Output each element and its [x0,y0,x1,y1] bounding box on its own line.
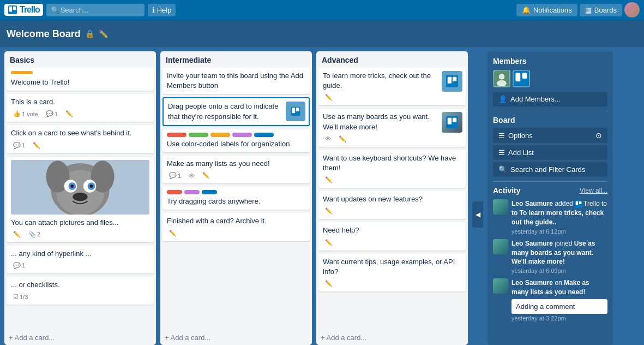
add-card-button-advanced[interactable]: + Add a card... [316,330,468,345]
activity-time-3: yesterday at 3:22pm [511,315,607,322]
trello-mini-icon [446,75,458,87]
member-avatar-1[interactable] [493,70,510,87]
list-item: Leo Saumure joined Use as many boards as… [493,239,607,274]
table-row[interactable]: Click on a card to see what's behind it.… [7,125,154,153]
view-button[interactable]: 👁 [323,134,333,143]
activity-text-2: Leo Saumure joined Use as many boards as… [511,239,607,266]
paperclip-icon: 📎 [28,231,36,238]
table-row[interactable]: Welcome to Trello! ✏️ [7,68,154,91]
plus-icon: + [321,334,327,342]
board-lock-icon[interactable]: 🔒 [85,29,94,38]
comment-icon: 💬 [169,172,177,179]
attachment-count-button[interactable]: 📎 2 [26,230,43,239]
add-members-button[interactable]: 👤 Add Members... [493,92,607,106]
boards-button[interactable]: ▦ Boards [580,4,622,16]
card-edit-inline-button[interactable]: ✏️ [63,109,75,118]
activity-time-2: yesterday at 6:09pm [511,267,607,274]
bell-icon: 🔔 [522,6,531,14]
table-row[interactable]: Want current tips, usage examples, or AP… [318,254,466,292]
card-title: Invite your team to this board using the… [167,71,305,91]
list-basics: Basics Welcome to Trello! ✏️ This is a c… [4,51,156,345]
comment-count-button[interactable]: 💬 1 [44,109,60,118]
table-row[interactable]: You can attach pictures and files... ✏️ … [7,157,154,242]
help-button[interactable]: ℹ Help [148,4,176,16]
svg-point-13 [90,185,93,188]
activity-content-2: Leo Saumure joined Use as many boards as… [511,239,607,274]
table-row[interactable]: To learn more tricks, check out the guid… [318,68,466,105]
table-row[interactable]: Want updates on new features? ✏️ [318,191,466,219]
activity-time-1: yesterday at 6:12pm [511,228,607,235]
list-advanced: Advanced To learn more tricks, check out… [316,51,468,345]
comment-count-button[interactable]: 💬 1 [167,171,183,180]
watch-button[interactable]: 👁 [186,171,197,180]
comment-count-button[interactable]: 💬 1 [11,141,27,150]
table-row[interactable]: This is a card. 👍 1 vote 💬 1 ✏️ [7,94,154,122]
svg-rect-29 [522,73,527,79]
card-edit-inline-button[interactable]: ✏️ [323,206,335,216]
member-avatar-2[interactable] [513,70,530,87]
table-row[interactable]: Invite your team to this board using the… [162,68,310,94]
card-edit-inline-button[interactable]: ✏️ [323,238,335,247]
card-title: To learn more tricks, check out the guid… [323,71,438,91]
card-title: Want current tips, usage examples, or AP… [323,257,461,277]
list-item: Leo Saumure on Make as many lists as you… [493,278,607,322]
table-row[interactable]: ... any kind of hyperlink ... 💬 1 [7,246,154,273]
view-all-link[interactable]: View all... [580,187,607,194]
sidebar-collapse-area: ◀ [472,51,483,345]
sidebar-divider-2 [493,181,607,182]
table-row[interactable]: ... or checklists. ☑ 1/3 [7,277,154,305]
card-edit-inline-button[interactable]: ✏️ [11,230,23,239]
thumbsup-icon: 👍 [13,110,21,117]
card-edit-inline-button[interactable]: ✏️ [323,93,335,102]
card-edit-inline-button[interactable]: ✏️ [336,134,348,144]
list-cards-advanced: To learn more tricks, check out the guid… [316,68,468,330]
card-title: Click on a card to see what's behind it. [11,128,149,138]
label-blue [202,190,217,194]
card-meta: ✏️ [323,175,461,185]
card-title: Welcome to Trello! [11,78,149,87]
card-title: Make as many lists as you need! [167,159,305,169]
trello-logo[interactable]: Trello [4,4,43,16]
table-row[interactable]: Need help? ✏️ [318,222,466,250]
label-green [189,133,208,137]
svg-rect-23 [453,118,456,122]
list-header-advanced: Advanced [316,51,468,68]
sidebar-collapse-button[interactable]: ◀ [472,201,483,228]
list-cards-intermediate: Invite your team to this board using the… [160,68,312,330]
table-row[interactable]: Make as many lists as you need! 💬 1 👁 ✏️ [162,156,310,183]
card-edit-inline-button[interactable]: ✏️ [167,229,179,238]
options-button[interactable]: ☰ Options ⊙ [493,128,607,143]
svg-rect-22 [448,118,452,124]
eye-icon: 👁 [325,135,331,142]
card-meta: 👍 1 vote 💬 1 ✏️ [11,109,149,118]
comment-count-button[interactable]: 💬 1 [11,261,27,270]
sidebar-divider-1 [493,111,607,111]
vote-button[interactable]: 👍 1 vote [11,109,40,118]
card-edit-inline-button[interactable]: ✏️ [323,175,335,185]
table-row[interactable]: Try dragging cards anywhere. [162,187,310,210]
add-card-button-intermediate[interactable]: + Add a card... [160,330,312,345]
card-image [11,160,149,215]
table-row[interactable]: Want to use keyboard shortcuts? We have … [318,150,466,188]
card-title: Drag people onto a card to indicate that… [168,102,281,121]
card-edit-inline-button[interactable]: ✏️ [323,279,335,288]
card-edit-inline-button[interactable]: ✏️ [31,141,43,150]
checklist-button[interactable]: ☑ 1/3 [11,292,30,301]
table-row[interactable]: Use color-coded labels for organization [162,129,310,152]
card-label-yellow [11,71,33,74]
label-purple [184,190,200,194]
list-intermediate: Intermediate Invite your team to this bo… [160,51,312,345]
table-row[interactable]: Finished with a card? Archive it. ✏️ [162,213,310,241]
plus-icon: + [9,334,15,342]
search-input[interactable] [46,4,145,16]
table-row[interactable]: Drag people onto a card to indicate that… [162,97,310,126]
board-edit-icon[interactable]: ✏️ [99,29,108,38]
add-list-button[interactable]: ☰ Add List [493,145,607,160]
user-avatar[interactable] [624,2,640,17]
card-edit-inline-button[interactable]: ✏️ [200,171,212,180]
search-filter-button[interactable]: 🔍 Search and Filter Cards [493,162,607,177]
notifications-button[interactable]: 🔔 Notifications [516,4,577,16]
search-icon: 🔍 [51,6,59,14]
add-card-button-basics[interactable]: + Add a card... [4,330,156,345]
table-row[interactable]: Use as many boards as you want. We'll ma… [318,109,466,146]
